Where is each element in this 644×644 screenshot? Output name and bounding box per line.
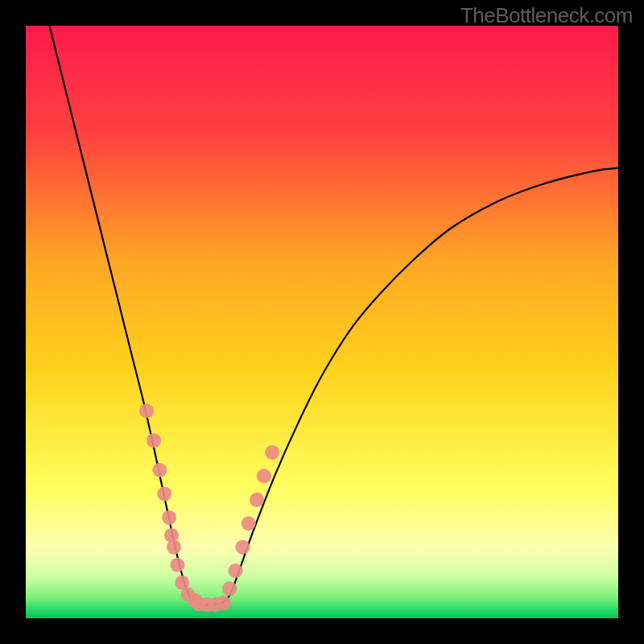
data-point: [152, 463, 167, 477]
data-point: [265, 445, 279, 460]
data-point: [139, 403, 154, 418]
watermark-text: TheBottleneck.com: [460, 3, 633, 28]
data-point: [257, 469, 271, 483]
data-point: [147, 433, 161, 448]
chart-svg: [0, 0, 644, 644]
data-point: [222, 581, 237, 596]
chart-stage: TheBottleneck.com: [0, 0, 644, 644]
plot-background: [26, 26, 618, 618]
data-point: [162, 510, 176, 525]
data-point: [217, 596, 231, 610]
data-point: [167, 540, 181, 555]
data-point: [157, 486, 171, 501]
data-point: [242, 516, 256, 530]
data-point: [250, 493, 264, 507]
data-point: [170, 558, 184, 572]
data-point: [229, 564, 243, 578]
data-point: [235, 540, 250, 555]
